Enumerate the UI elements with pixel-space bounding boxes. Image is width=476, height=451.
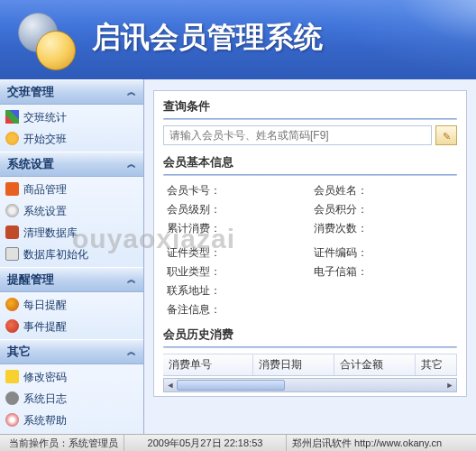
scroll-thumb[interactable]	[177, 380, 285, 391]
content-area: 查询条件 ✎ 会员基本信息 会员卡号： 会员姓名： 会员级别： 会员积分：	[144, 79, 476, 434]
section-header[interactable]: 交班管理︽	[0, 79, 143, 105]
sidebar-item-label: 系统帮助	[23, 414, 67, 427]
group-basic-title: 会员基本信息	[163, 152, 457, 174]
label-name: 会员姓名：	[310, 183, 368, 198]
section-header[interactable]: 系统设置︽	[0, 152, 143, 177]
section-title: 提醒管理	[7, 272, 54, 288]
settings-icon	[5, 204, 19, 217]
section-title: 交班管理	[7, 84, 54, 100]
divider	[163, 346, 457, 348]
label-address: 联系地址：	[163, 283, 221, 299]
label-remark: 备注信息：	[163, 302, 221, 318]
status-operator: 当前操作员：系统管理员	[4, 435, 124, 451]
label-email: 电子信箱：	[310, 264, 368, 280]
value-spend-count	[368, 222, 457, 236]
chevron-up-icon: ︽	[127, 345, 136, 358]
th-amount[interactable]: 合计金额	[334, 354, 416, 375]
log-icon	[5, 391, 19, 405]
horizontal-scrollbar[interactable]: ◄ ►	[163, 378, 457, 392]
sidebar-item[interactable]: 商品管理	[0, 179, 143, 200]
sidebar-item[interactable]: 开始交班	[0, 128, 143, 150]
product-icon	[5, 182, 19, 196]
chevron-up-icon: ︽	[127, 86, 136, 98]
th-date[interactable]: 消费日期	[253, 354, 334, 375]
cleandb-icon	[5, 226, 19, 239]
sidebar-item[interactable]: 事件提醒	[0, 316, 143, 337]
sidebar-item-label: 每日提醒	[23, 299, 67, 311]
label-spend-count: 消费次数：	[310, 221, 368, 236]
divider	[163, 118, 457, 120]
app-title: 启讯会员管理系统	[92, 18, 323, 58]
sidebar-item[interactable]: 系统设置	[0, 200, 143, 222]
password-icon	[5, 370, 19, 383]
label-level: 会员级别：	[163, 202, 221, 217]
sidebar: 交班管理︽交班统计开始交班系统设置︽商品管理系统设置清理数据库数据库初始化提醒管…	[0, 79, 144, 434]
th-other[interactable]: 其它	[416, 354, 457, 375]
value-total-spend	[221, 222, 310, 236]
sidebar-item-label: 数据库初始化	[23, 248, 88, 261]
value-cert-no	[368, 246, 457, 261]
label-cert-type: 证件类型：	[163, 245, 221, 261]
pencil-icon: ✎	[443, 131, 451, 142]
chevron-up-icon: ︽	[127, 273, 136, 286]
initdb-icon	[5, 247, 19, 261]
divider	[163, 174, 457, 176]
sidebar-item[interactable]: 修改密码	[0, 366, 143, 388]
section-header[interactable]: 其它︽	[0, 339, 143, 364]
value-occupation	[221, 265, 310, 280]
group-query-title: 查询条件	[163, 97, 457, 118]
help-icon	[5, 413, 19, 427]
member-form: 会员卡号： 会员姓名： 会员级别： 会员积分： 累计消费： 消费次数： 证件类型…	[163, 181, 457, 319]
sidebar-item-label: 交班统计	[23, 111, 67, 124]
status-datetime: 2009年05月27日 22:18:53	[124, 435, 287, 451]
section-header[interactable]: 提醒管理︽	[0, 267, 143, 292]
value-address	[221, 284, 457, 299]
history-table-header: 消费单号 消费日期 合计金额 其它	[163, 354, 457, 376]
value-cert-type	[221, 246, 310, 261]
chevron-up-icon: ︽	[127, 158, 136, 170]
scroll-right-icon[interactable]: ►	[444, 379, 456, 391]
label-points: 会员积分：	[310, 202, 368, 217]
label-occupation: 职业类型：	[163, 264, 221, 280]
sidebar-item-label: 系统日志	[23, 392, 67, 405]
sidebar-item[interactable]: 清理数据库	[0, 222, 143, 244]
th-order-no[interactable]: 消费单号	[163, 354, 253, 375]
daily-icon	[5, 298, 19, 311]
value-card-no	[221, 184, 310, 198]
value-email	[368, 265, 457, 280]
label-card-no: 会员卡号：	[163, 183, 221, 198]
sidebar-item-label: 清理数据库	[23, 226, 78, 239]
status-company: 郑州启讯软件 http://www.okany.cn	[287, 435, 472, 451]
value-points	[368, 203, 457, 217]
sidebar-item-label: 修改密码	[23, 371, 67, 383]
section-title: 系统设置	[7, 156, 54, 172]
sidebar-item[interactable]: 系统日志	[0, 388, 143, 410]
sidebar-item-label: 系统设置	[23, 205, 67, 217]
sidebar-item[interactable]: 交班统计	[0, 106, 143, 128]
label-cert-no: 证件编码：	[310, 245, 368, 261]
search-button[interactable]: ✎	[435, 125, 457, 145]
title-bar: 启讯会员管理系统	[0, 0, 476, 79]
value-name	[368, 184, 457, 198]
scroll-left-icon[interactable]: ◄	[164, 379, 177, 391]
search-input[interactable]	[163, 125, 432, 145]
sidebar-item-label: 商品管理	[23, 183, 67, 196]
stats-icon	[5, 110, 19, 124]
group-history-title: 会员历史消费	[163, 325, 457, 346]
sidebar-item[interactable]: 系统帮助	[0, 410, 143, 431]
value-level	[221, 203, 310, 217]
sidebar-item[interactable]: 数据库初始化	[0, 244, 143, 265]
start-icon	[5, 132, 19, 145]
sidebar-item-label: 事件提醒	[23, 320, 67, 333]
sidebar-item[interactable]: 每日提醒	[0, 294, 143, 316]
sidebar-item-label: 开始交班	[23, 133, 67, 145]
status-bar: 当前操作员：系统管理员 2009年05月27日 22:18:53 郑州启讯软件 …	[0, 434, 476, 451]
section-title: 其它	[7, 344, 31, 360]
label-total-spend: 累计消费：	[163, 221, 221, 236]
event-icon	[5, 319, 19, 333]
value-remark	[221, 303, 457, 318]
